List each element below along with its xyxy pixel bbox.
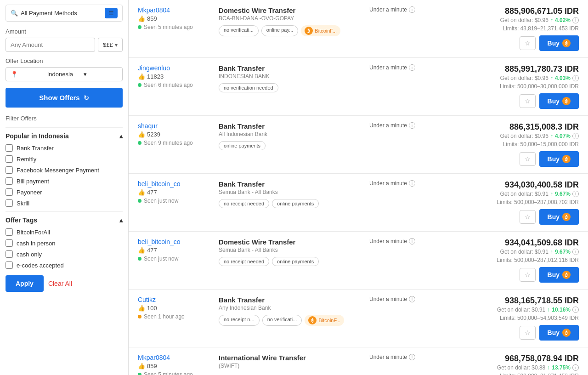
online-dot xyxy=(138,141,141,145)
seller-name[interactable]: shaqur xyxy=(138,122,211,130)
buy-button[interactable]: Buy ₿ xyxy=(539,35,579,51)
popular-checkbox[interactable] xyxy=(6,166,13,174)
speed-info-icon[interactable]: i xyxy=(409,180,415,187)
offer-tag: online pay... xyxy=(261,25,299,36)
offer-row: Mkpar0804 👍 859 Seen 5 minutes ago Inter… xyxy=(129,347,588,375)
popular-checkbox-item[interactable]: Facebook Messenger Payment xyxy=(6,166,123,174)
filter-icon-button[interactable]: ☰ xyxy=(105,8,118,18)
offer-tags-section: Offer Tags ▴ BitcoinForAllcash in person… xyxy=(6,211,123,269)
buy-button[interactable]: Buy ₿ xyxy=(539,267,579,283)
speed-info-icon[interactable]: i xyxy=(409,6,415,13)
speed-info-icon[interactable]: i xyxy=(409,296,415,302)
price-info-icon[interactable]: i xyxy=(572,249,579,255)
offer-row: Cutikz 👍 100 Seen 1 hour ago Bank Transf… xyxy=(129,290,588,347)
amount-input[interactable] xyxy=(6,38,95,52)
method-column: Domestic Wire Transfer BCA-BNI-DANA -OVO… xyxy=(219,6,353,36)
speed-info-icon[interactable]: i xyxy=(409,64,415,71)
likes-count: 11823 xyxy=(147,73,164,80)
currency-value: $££ xyxy=(103,41,113,48)
tags-container: no receipt neededonline payments xyxy=(219,199,353,208)
tag-checkbox-item[interactable]: e-codes accepted xyxy=(6,261,123,269)
buy-button[interactable]: Buy ₿ xyxy=(539,151,579,167)
seller-name[interactable]: Cutikz xyxy=(138,296,211,303)
clear-all-button[interactable]: Clear All xyxy=(48,280,72,287)
thumbs-up-icon: 👍 xyxy=(138,15,145,22)
online-dot xyxy=(138,373,141,375)
popular-checkbox[interactable] xyxy=(6,199,13,207)
get-on-dollar: Get on dollar: $0.91 xyxy=(500,191,548,197)
offer-tags-header[interactable]: Offer Tags ▴ xyxy=(6,216,123,224)
price-column: 885,906,671.05 IDR Get on dollar: $0.96 … xyxy=(432,6,579,51)
popular-checkbox-item[interactable]: Remitly xyxy=(6,155,123,163)
speed-info-icon[interactable]: i xyxy=(409,354,415,360)
percent-value: 4.03% xyxy=(555,75,571,81)
speed-info-icon[interactable]: i xyxy=(409,238,415,244)
star-button[interactable]: ☆ xyxy=(520,152,536,166)
price-info-icon[interactable]: i xyxy=(572,307,579,313)
seller-name[interactable]: beli_bitcoin_co xyxy=(138,180,211,188)
speed-text: Under a minute xyxy=(369,296,407,302)
star-button[interactable]: ☆ xyxy=(520,94,536,108)
likes-count: 5239 xyxy=(147,131,160,138)
seller-likes: 👍 11823 xyxy=(138,73,211,80)
seen-text: Seen 6 minutes ago xyxy=(144,82,193,88)
seller-column: beli_bitcoin_co 👍 477 Seen just now xyxy=(138,238,211,262)
star-button[interactable]: ☆ xyxy=(520,326,536,340)
tag-checkbox[interactable] xyxy=(6,261,13,269)
location-dropdown[interactable]: 📍 Indonesia ▾ xyxy=(6,67,123,81)
online-dot xyxy=(138,199,141,203)
chevron-down-icon: ▾ xyxy=(84,71,118,78)
buy-button[interactable]: Buy ₿ xyxy=(539,93,579,109)
price-column: 938,165,718.55 IDR Get on dollar: $0.91 … xyxy=(432,296,579,341)
price-info-icon[interactable]: i xyxy=(572,133,579,139)
star-button[interactable]: ☆ xyxy=(520,210,536,224)
bitcoin-icon: ₿ xyxy=(562,155,571,163)
speed-info-icon[interactable]: i xyxy=(409,122,415,129)
tag-checkbox-item[interactable]: BitcoinForAll xyxy=(6,228,123,236)
apply-button[interactable]: Apply xyxy=(6,275,44,292)
buy-button[interactable]: Buy ₿ xyxy=(539,209,579,225)
price-sub: Get on dollar: $0.96 ↑ 4.02% i xyxy=(432,17,579,23)
popular-checkbox[interactable] xyxy=(6,188,13,196)
seller-name[interactable]: beli_bitcoin_co xyxy=(138,238,211,245)
percent-value: 9.67% xyxy=(555,249,571,255)
seen-text: Seen 5 minutes ago xyxy=(144,24,193,30)
seller-name[interactable]: Mkpar0804 xyxy=(138,6,211,14)
popular-checkbox-item[interactable]: Payoneer xyxy=(6,188,123,196)
popular-checkbox-item[interactable]: Bill payment xyxy=(6,177,123,185)
arrow-up-icon: ↑ xyxy=(550,133,553,139)
popular-checkbox-item[interactable]: Skrill xyxy=(6,199,123,207)
price-info-icon[interactable]: i xyxy=(572,191,579,197)
price-main: 885,991,780.73 IDR xyxy=(432,64,579,74)
speed-text: Under a minute xyxy=(369,6,407,13)
show-offers-button[interactable]: Show Offers ↻ xyxy=(6,88,123,108)
tag-checkbox-item[interactable]: cash only xyxy=(6,250,123,258)
price-sub: Get on dollar: $0.91 ↑ 9.67% i xyxy=(432,249,579,255)
tag-checkbox-item[interactable]: cash in person xyxy=(6,239,123,247)
price-info-icon[interactable]: i xyxy=(572,75,579,81)
payment-method-bar[interactable]: 🔍 All Payment Methods ☰ xyxy=(6,5,123,22)
seller-name[interactable]: Jingwenluo xyxy=(138,64,211,72)
offer-tag: no verification needed xyxy=(219,83,278,92)
popular-section-header[interactable]: Popular in Indonesia ▴ xyxy=(6,132,123,140)
seller-name[interactable]: Mkpar0804 xyxy=(138,354,211,361)
popular-checkbox[interactable] xyxy=(6,155,13,163)
popular-checkbox[interactable] xyxy=(6,144,13,152)
currency-select[interactable]: $££ ▾ xyxy=(98,38,123,52)
tag-checkbox[interactable] xyxy=(6,228,13,236)
tag-checkbox[interactable] xyxy=(6,239,13,247)
seller-likes: 👍 100 xyxy=(138,305,211,312)
thumbs-up-icon: 👍 xyxy=(138,73,145,80)
star-button[interactable]: ☆ xyxy=(520,268,536,282)
price-column: 886,315,008.3 IDR Get on dollar: $0.96 ↑… xyxy=(432,122,579,167)
price-info-icon[interactable]: i xyxy=(572,364,579,371)
offer-tag: no receipt needed xyxy=(219,257,269,266)
speed-column: Under a minute i xyxy=(360,296,424,302)
buy-button[interactable]: Buy ₿ xyxy=(539,325,579,341)
speed-label: Under a minute i xyxy=(369,354,415,360)
popular-checkbox-item[interactable]: Bank Transfer xyxy=(6,144,123,152)
star-button[interactable]: ☆ xyxy=(520,36,536,50)
tag-checkbox[interactable] xyxy=(6,250,13,258)
price-info-icon[interactable]: i xyxy=(572,17,579,23)
popular-checkbox[interactable] xyxy=(6,177,13,185)
